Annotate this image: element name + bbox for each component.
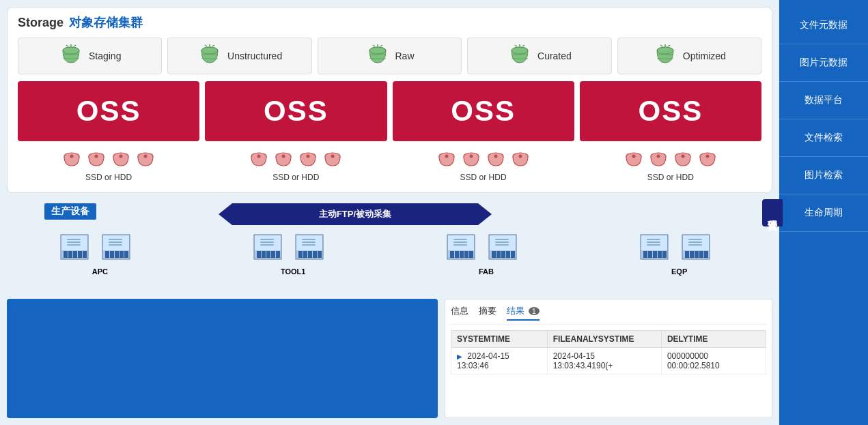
svg-line-18 [373,45,375,46]
bucket-curated-label: Curated [537,50,572,61]
table-header-row: SYSTEMTIME FILEANALYSYSTIME DELYTIME [451,331,766,348]
svg-rect-102 [313,251,317,258]
svg-rect-71 [73,251,77,258]
svg-rect-131 [653,251,657,258]
svg-rect-91 [266,251,270,258]
disk-label-4: SSD or HDD [647,173,694,182]
oss-box-3: OSS [393,81,574,141]
svg-rect-76 [67,244,81,246]
data-table: SYSTEMTIME FILEANALYSYSTIME DELYTIME ▶ 2… [451,330,766,375]
oss-label-3: OSS [451,95,516,128]
sidebar-item-lifecycle[interactable]: 生命周期 [779,194,868,232]
storage-title-en: Storage [18,16,64,30]
svg-rect-75 [67,241,81,243]
svg-rect-94 [260,239,274,240]
svg-line-27 [522,45,524,46]
svg-rect-93 [276,251,280,258]
tab-result[interactable]: 结果 1 [507,305,540,321]
table-row[interactable]: ▶ 2024-04-15 13:03:46 2024-04-15 13:03:4… [451,348,766,375]
disk-icons-2 [248,148,344,170]
middle-section: 生产设备 主动FTP/被动采集 APC TOOL1 [7,200,772,299]
bucket-raw-icon [365,44,390,68]
svg-rect-133 [662,251,667,258]
oss-box-2: OSS [205,81,387,141]
device-name-3: FAB [479,267,494,276]
bucket-staging[interactable]: Staging [18,38,162,74]
svg-point-50 [331,155,335,158]
svg-rect-136 [647,244,660,246]
bucket-curated[interactable]: Curated [467,38,611,74]
sidebar-item-data-platform[interactable]: 数据平台 [779,82,868,119]
sidebar-item-image-metadata[interactable]: 图片元数据 [779,44,868,82]
svg-rect-119 [492,251,496,258]
svg-rect-99 [298,251,303,258]
svg-rect-112 [464,251,468,258]
sidebar-item-image-search[interactable]: 图片检索 [779,157,868,194]
svg-rect-142 [699,251,703,258]
svg-rect-85 [109,241,122,243]
svg-line-20 [380,45,382,46]
oss-label-1: OSS [76,95,141,128]
svg-rect-140 [690,251,694,258]
cell-fileanalysystime: 2024-04-15 13:03:43.4190(+ [547,348,661,375]
svg-rect-129 [643,251,647,258]
svg-point-42 [144,155,148,158]
ftp-arrow: 主动FTP/被动采集 [219,203,492,225]
data-tabs: 信息 摘要 结果 1 [451,305,766,325]
device-name-2: TOOL1 [281,267,305,276]
sidebar-item-file-metadata[interactable]: 文件元数据 [779,7,868,44]
storage-header: Storage 对象存储集群 [18,14,761,31]
bucket-optimized[interactable]: Optimized [617,38,761,74]
svg-rect-92 [271,251,275,258]
svg-rect-143 [704,251,708,258]
svg-rect-101 [308,251,312,258]
svg-rect-123 [511,251,515,258]
svg-rect-104 [302,239,316,240]
sidebar-item-file-search[interactable]: 文件检索 [779,119,868,157]
device-group-2: TOOL1 [200,231,387,276]
svg-rect-134 [647,239,660,240]
tab-summary[interactable]: 摘要 [479,305,496,321]
disk-icons-4 [623,148,718,170]
svg-rect-69 [64,251,68,258]
disks-row: SSD or HDD SSD or HDD SSD or HDD [18,148,761,182]
cell-delytime: 000000000 00:00:02.5810 [661,348,766,375]
device-groups: APC TOOL1 FAB [7,231,772,276]
svg-rect-81 [115,251,119,258]
bucket-optimized-label: Optimized [683,50,726,61]
svg-line-6 [74,45,76,46]
oss-box-1: OSS [18,81,199,141]
bucket-row: Staging Unstructured [18,38,761,74]
disk-icons-3 [436,148,531,170]
device-name-1: APC [92,267,108,276]
row-arrow-icon: ▶ [457,353,462,360]
svg-rect-83 [124,251,128,258]
svg-rect-110 [455,251,459,258]
svg-rect-122 [506,251,510,258]
svg-rect-100 [303,251,307,258]
bucket-staging-icon [59,44,83,68]
disk-group-3: SSD or HDD [393,148,574,182]
svg-line-11 [205,45,207,46]
svg-point-38 [95,155,98,158]
svg-point-64 [681,155,684,158]
bucket-unstructured[interactable]: Unstructured [167,38,311,74]
disk-label-3: SSD or HDD [460,173,507,182]
svg-rect-82 [120,251,124,258]
disk-label-2: SSD or HDD [272,173,319,182]
bucket-optimized-icon [653,44,677,68]
svg-line-32 [660,45,662,46]
svg-rect-141 [695,251,699,258]
bucket-raw[interactable]: Raw [318,38,462,74]
tab-info[interactable]: 信息 [451,305,468,321]
svg-rect-121 [501,251,505,258]
bottom-panel: 信息 摘要 结果 1 SYSTEMTIME FILEANALYSYSTIME D… [7,299,772,418]
storage-section: Storage 对象存储集群 [7,7,772,193]
svg-rect-124 [495,239,509,240]
svg-rect-130 [648,251,652,258]
production-label: 生产设备 [44,203,96,220]
main-content: Storage 对象存储集群 [0,0,779,425]
bucket-staging-label: Staging [89,50,121,61]
svg-rect-115 [453,241,467,243]
bucket-unstructured-label: Unstructured [227,50,282,61]
